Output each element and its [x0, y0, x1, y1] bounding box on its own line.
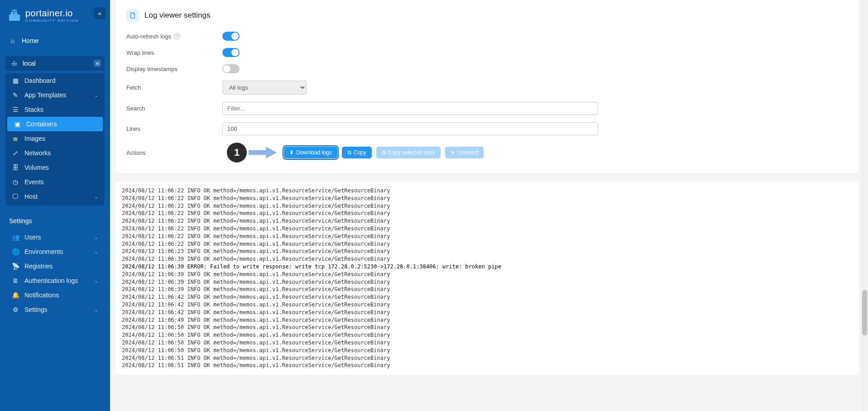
- brand-title: portainer.io: [25, 8, 79, 19]
- env-label: local: [23, 60, 36, 67]
- sidebar-item-label: Dashboard: [24, 77, 56, 84]
- log-line: 2024/08/12 11:06:39 INFO OK method=/memo…: [122, 278, 853, 286]
- log-line: 2024/08/12 11:06:23 INFO OK method=/memo…: [122, 248, 853, 255]
- main-content: Log viewer settings Auto-refresh logs ? …: [110, 0, 868, 411]
- svg-rect-8: [14, 61, 15, 62]
- settings-section-title: Settings: [0, 214, 110, 228]
- templates-icon: ✎: [12, 91, 19, 99]
- sidebar-item-label: Registries: [24, 263, 53, 270]
- log-line: 2024/08/12 11:06:22 INFO OK method=/memo…: [122, 240, 853, 248]
- log-line: 2024/08/12 11:06:22 INFO OK method=/memo…: [122, 210, 853, 217]
- sidebar-item-notifications[interactable]: 🔔Notifications: [5, 288, 105, 302]
- env-header[interactable]: local ✕: [5, 56, 105, 71]
- sidebar-item-settings[interactable]: ⚙Settings⌄: [5, 302, 105, 317]
- log-line: 2024/08/12 11:06:51 INFO OK method=/memo…: [122, 354, 853, 362]
- images-icon: ≣: [12, 135, 19, 142]
- svg-rect-2: [14, 12, 17, 14]
- sidebar-item-label: Host: [24, 193, 38, 200]
- log-line: 2024/08/12 11:06:22 INFO OK method=/memo…: [122, 187, 853, 195]
- log-line: 2024/08/12 11:06:50 INFO OK method=/memo…: [122, 331, 853, 339]
- log-line: 2024/08/12 11:06:39 ERROR: Failed to wri…: [122, 263, 853, 271]
- sidebar-item-dashboard[interactable]: ▦Dashboard: [5, 73, 105, 88]
- sidebar-item-registries[interactable]: 📡Registries: [5, 259, 105, 273]
- file-icon: [126, 9, 139, 22]
- sidebar-item-events[interactable]: ◷Events: [5, 175, 105, 189]
- log-line: 2024/08/12 11:06:51 INFO OK method=/memo…: [122, 362, 853, 369]
- registries-icon: 📡: [12, 263, 19, 270]
- scrollbar-track[interactable]: [861, 0, 868, 411]
- download-logs-button[interactable]: ⬇ Download logs: [284, 147, 337, 158]
- log-line: 2024/08/12 11:06:39 INFO OK method=/memo…: [122, 255, 853, 263]
- chevron-left-icon: «: [98, 10, 101, 17]
- nav-home[interactable]: ⌂ Home: [0, 33, 110, 48]
- sidebar-item-label: Images: [24, 135, 45, 142]
- log-line: 2024/08/12 11:06:42 INFO OK method=/memo…: [122, 293, 853, 301]
- callout-annotation: 1: [227, 143, 277, 162]
- callout-arrow-icon: [249, 147, 277, 158]
- networks-icon: ⤢: [12, 149, 19, 157]
- log-output[interactable]: 2024/08/12 11:06:22 INFO OK method=/memo…: [115, 182, 859, 375]
- sidebar-item-environments[interactable]: 🌐Environments⌄: [5, 244, 105, 259]
- toggle-wrap-lines[interactable]: [222, 48, 240, 57]
- label-fetch: Fetch: [126, 84, 222, 91]
- toggle-auto-refresh[interactable]: [222, 32, 240, 41]
- sidebar-item-users[interactable]: 👥Users⌄: [5, 230, 105, 244]
- nav-environment-group: ▦Dashboard✎App Templates⌄☰Stacks▣Contain…: [5, 73, 105, 206]
- sidebar-item-stacks[interactable]: ☰Stacks: [5, 102, 105, 117]
- chevron-down-icon: ⌄: [94, 307, 98, 313]
- sidebar-item-images[interactable]: ≣Images: [5, 131, 105, 146]
- copy-button[interactable]: ⧉ Copy: [342, 147, 372, 158]
- sidebar-header: portainer.io COMMUNITY EDITION «: [0, 0, 110, 33]
- chevron-down-icon: ⌄: [94, 234, 98, 240]
- authlogs-icon: 🗎: [12, 277, 19, 284]
- scrollbar-thumb[interactable]: [862, 290, 867, 335]
- label-actions: Actions: [126, 149, 222, 156]
- notifications-icon: 🔔: [12, 292, 19, 299]
- sidebar-item-label: Containers: [26, 120, 57, 128]
- sidebar-item-containers[interactable]: ▣Containers: [7, 117, 103, 131]
- events-icon: ◷: [12, 178, 19, 186]
- label-lines: Lines: [126, 125, 222, 132]
- sidebar-item-label: Users: [24, 234, 41, 241]
- label-wrap-lines: Wrap lines: [126, 49, 222, 56]
- settings-icon: ⚙: [12, 306, 19, 313]
- log-line: 2024/08/12 11:06:22 INFO OK method=/memo…: [122, 233, 853, 240]
- sidebar-item-host[interactable]: 🖵Host⌄: [5, 189, 105, 204]
- lines-input[interactable]: [222, 122, 598, 135]
- log-line: 2024/08/12 11:06:22 INFO OK method=/memo…: [122, 202, 853, 210]
- docker-icon: [11, 60, 18, 67]
- svg-rect-0: [9, 14, 20, 21]
- label-timestamps: Display timestamps: [126, 66, 222, 72]
- help-icon[interactable]: ?: [174, 33, 180, 39]
- label-search: Search: [126, 105, 222, 112]
- copy-icon: ⧉: [347, 149, 351, 156]
- users-icon: 👥: [12, 234, 19, 241]
- chevron-down-icon: ⌄: [94, 194, 98, 200]
- log-viewer-settings-panel: Log viewer settings Auto-refresh logs ? …: [115, 0, 859, 173]
- sidebar-item-authentication-logs[interactable]: 🗎Authentication logs⌄: [5, 273, 105, 288]
- sidebar-item-label: Authentication logs: [24, 277, 78, 284]
- log-line: 2024/08/12 11:06:39 INFO OK method=/memo…: [122, 271, 853, 278]
- sidebar-item-label: Stacks: [24, 106, 43, 113]
- log-line: 2024/08/12 11:06:42 INFO OK method=/memo…: [122, 301, 853, 309]
- select-fetch[interactable]: All logs: [222, 81, 307, 95]
- sidebar-collapse-button[interactable]: «: [94, 7, 106, 19]
- dashboard-icon: ▦: [12, 77, 19, 84]
- search-input[interactable]: [222, 102, 598, 115]
- svg-rect-5: [12, 63, 13, 64]
- toggle-timestamps[interactable]: [222, 64, 240, 73]
- sidebar-item-networks[interactable]: ⤢Networks: [5, 146, 105, 160]
- portainer-logo-icon: [7, 8, 22, 23]
- sidebar-item-app-templates[interactable]: ✎App Templates⌄: [5, 88, 105, 102]
- log-line: 2024/08/12 11:06:39 INFO OK method=/memo…: [122, 286, 853, 293]
- volumes-icon: 🗄: [12, 164, 19, 171]
- close-icon: ✕: [96, 61, 99, 66]
- callout-number: 1: [227, 143, 247, 162]
- copy-icon: ⧉: [382, 149, 386, 156]
- copy-selected-button: ⧉ Copy selected lines: [376, 147, 441, 158]
- env-close-button[interactable]: ✕: [94, 60, 101, 67]
- sidebar-item-volumes[interactable]: 🗄Volumes: [5, 160, 105, 175]
- unselect-button: ✕ Unselect: [445, 147, 484, 158]
- chevron-down-icon: ⌄: [94, 278, 98, 284]
- svg-rect-1: [11, 12, 14, 14]
